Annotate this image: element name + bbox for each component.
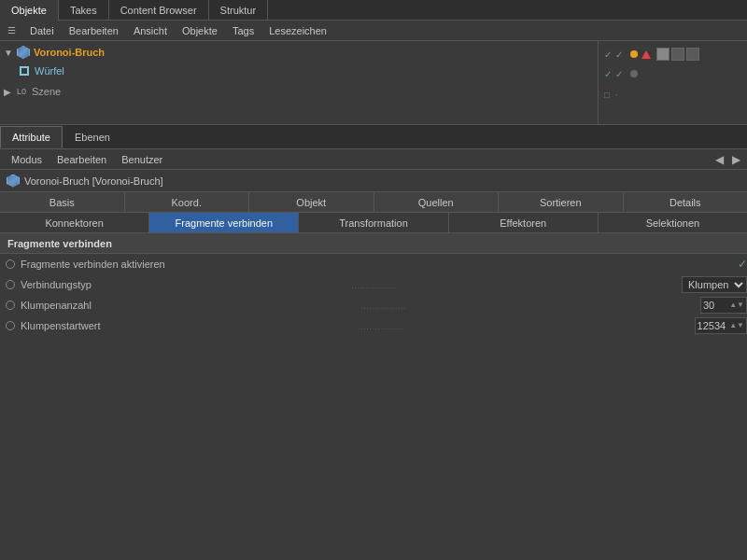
tab-takes[interactable]: Takes <box>59 0 109 21</box>
spinner-klumpenanzahl[interactable]: 30 ▲▼ <box>700 297 747 314</box>
nav-prev-arrow[interactable]: ◀ <box>712 152 726 167</box>
spinner-arrow-klumpenstartwert[interactable]: ▲▼ <box>729 321 744 329</box>
voronoi-triangle-icon <box>641 50 651 59</box>
prop-label-verbindungstyp: Verbindungstyp <box>21 279 351 290</box>
menu-ansicht[interactable]: Ansicht <box>126 23 175 38</box>
spinner-klumpenstartwert[interactable]: 12534 ▲▼ <box>695 317 747 334</box>
wuerfel-object-icon <box>17 63 32 78</box>
menu-icon: ☰ <box>4 23 19 38</box>
prop-dots-klumpenanzahl: ................ <box>360 300 700 311</box>
object-title-bar: Voronoi-Bruch [Voronoi-Bruch] <box>0 170 747 192</box>
tab-content-browser[interactable]: Content Browser <box>109 0 209 21</box>
prop-dot-klumpenstartwert <box>6 321 15 330</box>
nav-arrows: ◀ ▶ <box>712 152 747 167</box>
szene-icon: L0 <box>14 84 29 99</box>
prop-dots-verbindungstyp: ................ <box>351 279 682 290</box>
prop-dropdown-verbindungstyp[interactable]: Klumpen <box>682 276 747 293</box>
szene-placeholder: □ <box>604 90 610 100</box>
prop-tabs-row2: Konnektoren Fragmente verbinden Transfor… <box>0 213 747 233</box>
toolbar-modus[interactable]: Modus <box>4 152 49 167</box>
spinner-val-klumpenstartwert: 12534 <box>698 320 730 331</box>
prop-tab-quellen[interactable]: Quellen <box>374 192 500 212</box>
nav-next-arrow[interactable]: ▶ <box>728 152 743 167</box>
prop-tabs-row1: Basis Koord. Objekt Quellen Sortieren De… <box>0 192 747 213</box>
tab-objekte[interactable]: Objekte <box>0 0 59 21</box>
spinner-val-klumpenanzahl: 30 <box>703 300 718 311</box>
prop-dot-verbindungstyp <box>6 280 15 289</box>
wuerfel-dot-icon <box>630 70 638 77</box>
section-header-fragmente: Fragmente verbinden <box>0 233 747 254</box>
wuerfel-check2-icon: ✓ <box>615 69 623 79</box>
prop-tab-basis[interactable]: Basis <box>0 192 125 212</box>
voronoi-icon-sq2 <box>671 48 684 61</box>
toolbar-bearbeiten[interactable]: Bearbeiten <box>49 152 114 167</box>
voronoi-check-icon: ✓ <box>604 49 612 60</box>
attr-tab-bar: Attribute Ebenen <box>0 125 747 149</box>
szene-label: Szene <box>32 86 61 97</box>
prop-tab-objekt[interactable]: Objekt <box>249 192 374 212</box>
tree-row-wuerfel[interactable]: Würfel <box>0 62 598 80</box>
prop-label-fragmente-aktivieren: Fragmente verbinden aktivieren <box>21 259 738 270</box>
expand-icon-voronoi[interactable]: ▼ <box>4 48 13 58</box>
toolbar-benutzer[interactable]: Benutzer <box>114 152 170 167</box>
tab-struktur[interactable]: Struktur <box>209 0 269 21</box>
prop-check-icon[interactable]: ✓ <box>738 258 747 271</box>
wuerfel-check-icon: ✓ <box>604 69 612 79</box>
prop-tab-koord[interactable]: Koord. <box>125 192 250 212</box>
szene-icons-row: □ · <box>602 85 618 104</box>
menu-objekte[interactable]: Objekte <box>175 23 225 38</box>
voronoi-icon-sq3 <box>686 48 699 61</box>
voronoi-icons-row: ✓ ✓ <box>602 45 699 63</box>
wuerfel-icons-row: ✓ ✓ <box>602 64 638 83</box>
attr-tab-attribute[interactable]: Attribute <box>0 126 63 148</box>
prop-value-klumpenanzahl: 30 ▲▼ <box>700 297 747 314</box>
object-title-icon <box>6 174 21 189</box>
wuerfel-label: Würfel <box>35 65 64 77</box>
prop-value-fragmente-aktivieren: ✓ <box>738 258 747 271</box>
menu-lesezeichen[interactable]: Lesezeichen <box>261 23 334 38</box>
menu-bearbeiten[interactable]: Bearbeiten <box>62 23 126 38</box>
section-title: Fragmente verbinden <box>7 238 112 249</box>
voronoi-object-icon <box>16 45 31 60</box>
tree-right-panel: ✓ ✓ ✓ ✓ <box>598 41 747 124</box>
menu-datei[interactable]: Datei <box>22 23 62 38</box>
prop-tab-konnektoren[interactable]: Konnektoren <box>0 213 149 232</box>
tree-left-panel: ▼ Voronoi-Bruch Würfel ▶ L0 Szene <box>0 41 598 124</box>
object-tree: ▼ Voronoi-Bruch Würfel ▶ L0 Szene ✓ ✓ <box>0 41 747 125</box>
prop-value-klumpenstartwert: 12534 ▲▼ <box>695 317 747 334</box>
voronoi-dot-icon <box>630 50 638 58</box>
prop-tab-sortieren[interactable]: Sortieren <box>499 192 624 212</box>
menu-tags[interactable]: Tags <box>225 23 261 38</box>
prop-row-klumpenstartwert: Klumpenstartwert ................ 12534 … <box>0 315 747 336</box>
tree-row-szene[interactable]: ▶ L0 Szene <box>0 82 598 101</box>
expand-icon-szene[interactable]: ▶ <box>4 87 11 97</box>
prop-label-klumpenstartwert: Klumpenstartwert <box>21 320 358 331</box>
attr-toolbar: Modus Bearbeiten Benutzer ◀ ▶ <box>0 149 747 170</box>
tree-row-voronoi[interactable]: ▼ Voronoi-Bruch <box>0 43 598 62</box>
prop-dots-klumpenstartwert: ................ <box>358 320 695 331</box>
prop-value-verbindungstyp: Klumpen <box>682 276 747 293</box>
prop-row-fragmente-aktivieren: Fragmente verbinden aktivieren ✓ <box>0 254 747 274</box>
prop-label-klumpenanzahl: Klumpenanzahl <box>21 300 360 311</box>
top-tab-bar: Objekte Takes Content Browser Struktur <box>0 0 747 21</box>
voronoi-label: Voronoi-Bruch <box>34 47 105 58</box>
prop-dot-fragmente-aktivieren <box>6 259 15 269</box>
prop-tab-effektoren[interactable]: Effektoren <box>449 213 599 232</box>
prop-tab-details[interactable]: Details <box>624 192 748 212</box>
szene-dot: · <box>615 90 618 100</box>
prop-tab-selektionen[interactable]: Selektionen <box>599 213 747 232</box>
menu-bar: ☰ Datei Bearbeiten Ansicht Objekte Tags … <box>0 21 747 41</box>
spinner-arrow-klumpenanzahl[interactable]: ▲▼ <box>729 301 744 309</box>
object-title-label: Voronoi-Bruch [Voronoi-Bruch] <box>24 175 163 187</box>
prop-row-klumpenanzahl: Klumpenanzahl ................ 30 ▲▼ <box>0 295 747 315</box>
prop-row-verbindungstyp: Verbindungstyp ................ Klumpen <box>0 274 747 295</box>
prop-tab-fragmente[interactable]: Fragmente verbinden <box>149 213 299 232</box>
voronoi-icon-sq1 <box>656 48 669 61</box>
attr-tab-ebenen[interactable]: Ebenen <box>63 126 122 148</box>
prop-tab-transformation[interactable]: Transformation <box>299 213 448 232</box>
prop-dot-klumpenanzahl <box>6 301 15 310</box>
voronoi-check2-icon: ✓ <box>615 49 623 60</box>
